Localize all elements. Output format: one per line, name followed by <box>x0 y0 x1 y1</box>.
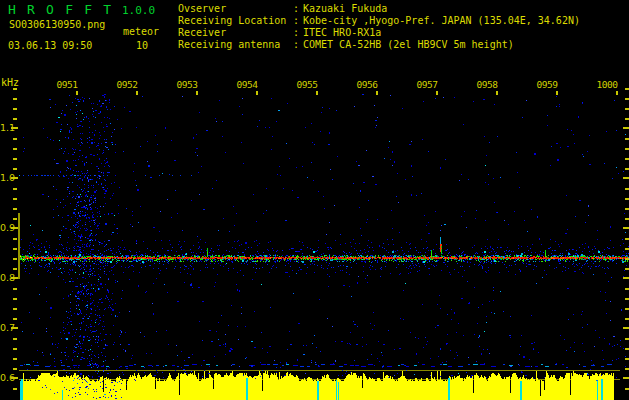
time-label: 0951 <box>54 79 80 90</box>
info-separator: : <box>293 15 303 27</box>
mode-label: meteor <box>123 26 159 37</box>
time-label: 0952 <box>114 79 140 90</box>
info-label: Receiving antenna <box>178 39 293 51</box>
info-label: Ovserver <box>178 3 293 15</box>
filename: SO0306130950.png <box>9 19 105 30</box>
info-row: Receiving Location:Kobe-city ,Hyogo-Pref… <box>178 15 580 27</box>
info-value: Kazuaki Fukuda <box>303 3 387 15</box>
info-separator: : <box>293 39 303 51</box>
freq-label: 0.9 <box>0 222 13 234</box>
info-value: ITEC HRO-RX1a <box>303 27 381 39</box>
info-row: Ovserver:Kazuaki Fukuda <box>178 3 580 15</box>
freq-label: 0.7 <box>0 322 13 334</box>
info-separator: : <box>293 3 303 15</box>
freq-label: 0.8 <box>0 272 13 284</box>
freq-label: 1.0 <box>0 172 13 184</box>
time-label: 0958 <box>474 79 500 90</box>
freq-axis-unit: kHz <box>1 77 19 88</box>
info-row: Receiver:ITEC HRO-RX1a <box>178 27 580 39</box>
freq-label: 1.1 <box>0 122 13 134</box>
datetime: 03.06.13 09:50 <box>8 40 92 51</box>
meteor-count: 10 <box>136 40 148 51</box>
info-separator: : <box>293 27 303 39</box>
time-label: 0957 <box>414 79 440 90</box>
spectrogram-plot <box>0 0 629 400</box>
time-label: 0954 <box>234 79 260 90</box>
info-value: COMET CA-52HB (2el HB9CV 5m height) <box>303 39 514 51</box>
time-label: 0959 <box>534 79 560 90</box>
info-label: Receiving Location <box>178 15 293 27</box>
app-title: H R O F F T <box>8 2 113 17</box>
hrofft-spectrogram-screen: H R O F F T 1.0.0 SO0306130950.png meteo… <box>0 0 629 400</box>
time-label: 0953 <box>174 79 200 90</box>
time-label: 1000 <box>594 79 620 90</box>
time-label: 0955 <box>294 79 320 90</box>
freq-label: 0.6 <box>0 372 13 384</box>
observer-info-block: Ovserver:Kazuaki FukudaReceiving Locatio… <box>178 3 580 51</box>
info-label: Receiver <box>178 27 293 39</box>
app-version: 1.0.0 <box>122 4 155 17</box>
info-row: Receiving antenna:COMET CA-52HB (2el HB9… <box>178 39 580 51</box>
info-value: Kobe-city ,Hyogo-Pref. JAPAN (135.04E, 3… <box>303 15 580 27</box>
time-label: 0956 <box>354 79 380 90</box>
